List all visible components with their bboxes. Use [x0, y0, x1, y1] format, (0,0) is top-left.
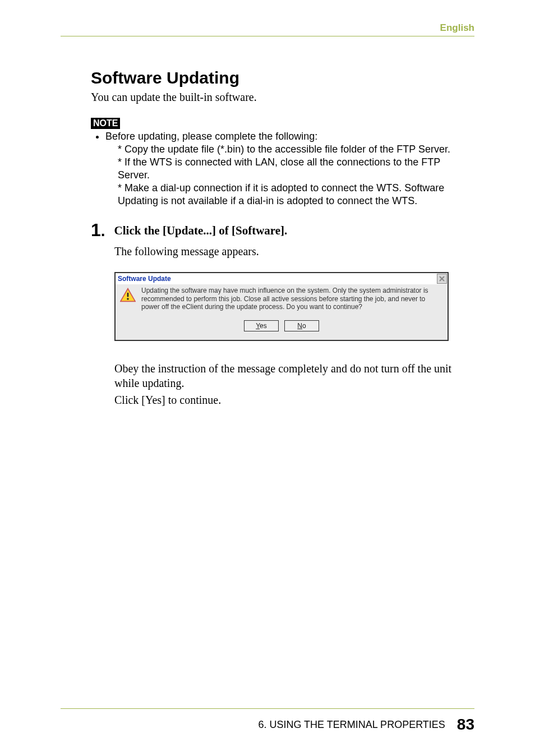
dialog-body: Updating the software may have much infl… — [116, 284, 448, 320]
page: English Software Updating You can update… — [0, 0, 535, 756]
dialog-buttons: Yes No — [116, 320, 448, 335]
note-sub-0: * Copy the update file (*.bin) to the ac… — [118, 143, 474, 156]
note-badge: NOTE — [91, 118, 120, 129]
close-button[interactable] — [437, 274, 447, 284]
step-1-heading: 1. Click the [Update...] of [Software]. — [91, 220, 474, 241]
software-update-dialog: Software Update — [114, 272, 449, 341]
section-intro: You can update the built-in software. — [91, 91, 474, 104]
yes-button[interactable]: Yes — [244, 320, 279, 331]
no-button[interactable]: No — [284, 320, 319, 331]
no-rest: o — [302, 322, 306, 330]
dialog-titlebar: Software Update — [116, 273, 448, 284]
obey-text: Obey the instruction of the message comp… — [114, 361, 474, 390]
footer-rule — [61, 708, 474, 709]
dialog-title: Software Update — [118, 275, 171, 283]
click-yes-text: Click [Yes] to continue. — [114, 393, 474, 407]
note-sub-1: * If the WTS is connected with LAN, clos… — [118, 156, 474, 182]
footer: 6. USING THE TERMINAL PROPERTIES 83 — [258, 716, 474, 734]
section-title: Software Updating — [91, 68, 474, 87]
note-lead-text: Before updating, please complete the fol… — [105, 131, 317, 142]
dialog-message: Updating the software may have much infl… — [141, 287, 443, 320]
note-lead: Before updating, please complete the fol… — [105, 130, 474, 208]
note-list: Before updating, please complete the fol… — [91, 130, 474, 208]
step-1-after: Obey the instruction of the message comp… — [114, 361, 474, 407]
header-rule — [61, 36, 474, 36]
no-accel: N — [297, 322, 302, 330]
note-sub-2: * Make a dial-up connection if it is ado… — [118, 182, 474, 208]
warning-icon — [120, 287, 136, 320]
step-dot: . — [101, 222, 105, 239]
svg-point-1 — [127, 298, 129, 300]
step-heading-text: Click the [Update...] of [Software]. — [114, 224, 288, 237]
step-1-body: The following message appears. — [114, 244, 474, 259]
step-following-text: The following message appears. — [114, 244, 474, 259]
yes-rest: es — [260, 322, 267, 330]
dialog-screenshot: Software Update — [114, 272, 449, 341]
footer-chapter: 6. USING THE TERMINAL PROPERTIES — [258, 719, 445, 730]
header-language: English — [440, 22, 474, 34]
note-block: NOTE Before updating, please complete th… — [91, 118, 474, 208]
page-number: 83 — [457, 716, 474, 733]
svg-rect-0 — [127, 293, 129, 297]
body: Software Updating You can update the bui… — [91, 68, 474, 407]
step-number: 1 — [91, 220, 101, 240]
close-icon — [439, 276, 445, 282]
